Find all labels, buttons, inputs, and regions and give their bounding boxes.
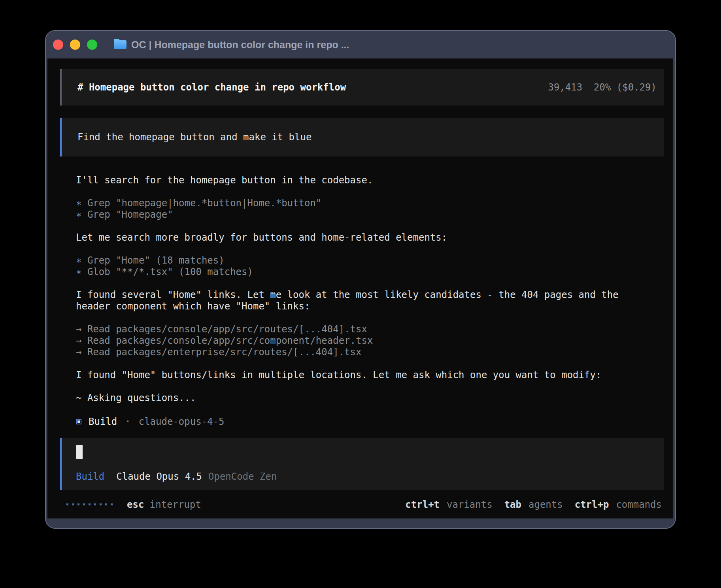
- session-title: # Homepage button color change in repo w…: [77, 82, 346, 93]
- assistant-output: I'll search for the homepage button in t…: [76, 175, 657, 404]
- user-message-text: Find the homepage button and make it blu…: [77, 132, 311, 143]
- close-button[interactable]: [53, 40, 63, 50]
- context-usage: 20% ($0.29): [594, 82, 657, 93]
- working-spinner: [66, 503, 113, 505]
- esc-key: esc: [127, 499, 144, 510]
- maximize-button[interactable]: [87, 40, 97, 50]
- tool-call-line: ∗ Grep "homepage|home.*button|Home.*butt…: [76, 198, 657, 209]
- blank-line: [76, 312, 657, 324]
- assistant-text-line: ~ Asking questions...: [76, 392, 657, 404]
- traffic-lights: [53, 40, 97, 50]
- assistant-text-line: I found "Home" buttons/links in multiple…: [76, 369, 657, 381]
- spinner-dot: [111, 503, 113, 505]
- agent-model: claude-opus-4-5: [139, 416, 225, 427]
- window-title: OC | Homepage button color change in rep…: [131, 39, 349, 51]
- blank-line: [76, 278, 657, 289]
- blank-line: [76, 186, 657, 198]
- status-bar: esc interrupt ctrl+tvariantstabagentsctr…: [66, 499, 662, 510]
- spinner-dot: [66, 503, 68, 505]
- provider-name: OpenCode Zen: [208, 471, 277, 482]
- spinner-dot: [77, 503, 79, 505]
- shortcut-label: variants: [447, 499, 493, 510]
- session-header: # Homepage button color change in repo w…: [60, 69, 664, 106]
- interrupt-label: interrupt: [150, 499, 201, 510]
- mode-label[interactable]: Build: [76, 471, 104, 482]
- titlebar: OC | Homepage button color change in rep…: [46, 31, 675, 58]
- model-name[interactable]: Claude Opus 4.5: [116, 471, 202, 482]
- model-row: Build Claude Opus 4.5 OpenCode Zen: [76, 471, 664, 482]
- shortcut-agents: tabagents: [504, 499, 563, 510]
- assistant-text-line: I'll search for the homepage button in t…: [76, 175, 657, 186]
- shortcut-key: ctrl+t: [405, 499, 440, 510]
- interrupt-hint: esc interrupt: [127, 499, 201, 510]
- spinner-dot: [105, 503, 107, 505]
- shortcut-label: agents: [528, 499, 563, 510]
- agent-separator: ·: [125, 416, 130, 427]
- agent-status-row: Build · claude-opus-4-5: [76, 416, 224, 427]
- blank-line: [76, 381, 657, 392]
- tool-call-line: → Read packages/console/app/src/componen…: [76, 335, 657, 347]
- folder-icon: [114, 40, 126, 49]
- agent-build-icon: [76, 419, 81, 424]
- terminal-content: # Homepage button color change in repo w…: [47, 58, 673, 518]
- shortcut-key: tab: [504, 499, 521, 510]
- terminal-window: OC | Homepage button color change in rep…: [45, 30, 676, 529]
- shortcut-variants: ctrl+tvariants: [405, 499, 492, 510]
- text-cursor: [76, 445, 83, 459]
- spinner-dot: [94, 503, 96, 505]
- blank-line: [76, 243, 657, 255]
- tool-call-line: → Read packages/enterprise/src/routes/[.…: [76, 347, 657, 358]
- user-message: Find the homepage button and make it blu…: [60, 118, 664, 156]
- spinner-dot: [72, 503, 74, 505]
- agent-name: Build: [89, 416, 117, 427]
- session-stats: 39,413 20% ($0.29): [548, 82, 657, 93]
- blank-line: [76, 358, 657, 369]
- assistant-text-line: header component which have "Home" links…: [76, 301, 657, 312]
- spinner-dot: [100, 503, 102, 505]
- assistant-text-line: I found several "Home" links. Let me loo…: [76, 289, 657, 301]
- prompt-input[interactable]: Build Claude Opus 4.5 OpenCode Zen: [60, 438, 664, 490]
- shortcut-key: ctrl+p: [575, 499, 609, 510]
- spinner-dot: [89, 503, 91, 505]
- shortcut-label: commands: [616, 499, 662, 510]
- keyboard-shortcuts: ctrl+tvariantstabagentsctrl+pcommands: [393, 499, 662, 510]
- shortcut-commands: ctrl+pcommands: [575, 499, 662, 510]
- tool-call-line: ∗ Grep "Homepage": [76, 209, 657, 220]
- assistant-text-line: Let me search more broadly for buttons a…: [76, 232, 657, 243]
- token-count: 39,413: [548, 82, 582, 93]
- tool-call-line: ∗ Grep "Home" (18 matches): [76, 255, 657, 266]
- tool-call-line: → Read packages/console/app/src/routes/[…: [76, 324, 657, 335]
- window-bottom-bar: [46, 518, 675, 528]
- tool-call-line: ∗ Glob "**/*.tsx" (100 matches): [76, 266, 657, 278]
- spinner-dot: [83, 503, 85, 505]
- blank-line: [76, 220, 657, 232]
- minimize-button[interactable]: [70, 40, 80, 50]
